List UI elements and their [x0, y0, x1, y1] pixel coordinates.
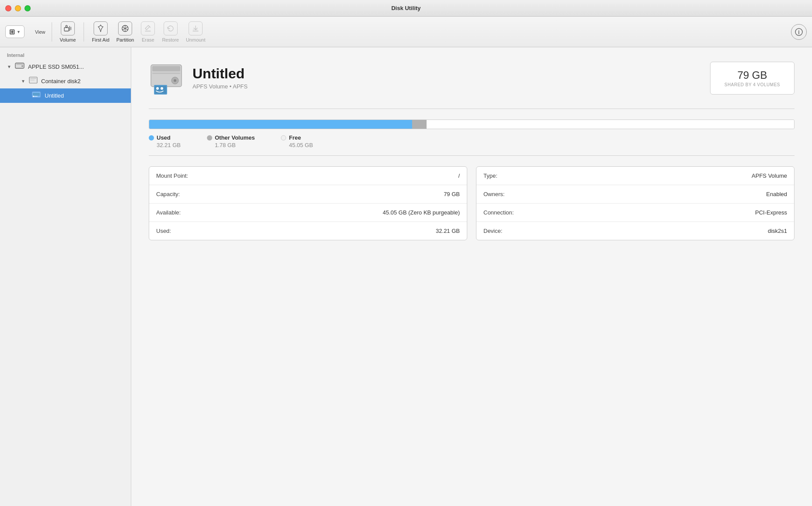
connection-key: Connection:	[483, 209, 514, 216]
info-button[interactable]: i	[791, 24, 807, 40]
available-key: Available:	[156, 209, 181, 216]
titlebar: Disk Utility	[0, 0, 812, 17]
bar-other	[412, 120, 427, 129]
detail-owners: Owners: Enabled	[476, 185, 794, 204]
sidebar-item-container-disk2[interactable]: ▼ Container disk2	[0, 74, 131, 88]
other-name: Other Volumes	[215, 134, 255, 141]
device-val: disk2s1	[768, 228, 787, 234]
used-dot	[149, 135, 154, 141]
sidebar-section-internal: Internal	[0, 51, 131, 60]
detail-device: Device: disk2s1	[476, 222, 794, 240]
partition-icon	[118, 21, 132, 35]
restore-label: Restore	[162, 37, 179, 42]
detail-capacity: Capacity: 79 GB	[149, 185, 467, 204]
restore-icon	[164, 21, 178, 35]
used-val: 32.21 GB	[436, 228, 460, 234]
unmount-icon	[189, 21, 203, 35]
volume-icon-sidebar	[29, 76, 38, 86]
divider-1	[149, 109, 794, 109]
owners-val: Enabled	[766, 191, 787, 197]
legend-used-header: Used	[149, 134, 181, 141]
hdd-icon	[15, 62, 24, 72]
triangle-icon: ▼	[7, 64, 11, 69]
firstaid-icon	[94, 21, 108, 35]
svg-rect-14	[34, 96, 38, 97]
sidebar: Internal ▼ APPLE SSD SM051... ▼	[0, 47, 131, 506]
toolbar-separator	[52, 22, 52, 42]
used-name: Used	[157, 134, 171, 141]
volume-label: Volume	[60, 37, 76, 42]
owners-key: Owners:	[483, 191, 504, 197]
disk-size-box: 79 GB SHARED BY 4 VOLUMES	[710, 62, 794, 95]
restore-button[interactable]: Restore	[158, 20, 182, 44]
svg-text:i: i	[798, 29, 799, 35]
svg-point-23	[161, 87, 163, 90]
detail-used: Used: 32.21 GB	[149, 222, 467, 240]
triangle-icon-2: ▼	[21, 79, 25, 84]
sidebar-item-untitled[interactable]: Untitled	[0, 88, 131, 103]
disk-header: Untitled APFS Volume • APFS 79 GB SHARED…	[149, 60, 794, 95]
disk-info: Untitled APFS Volume • APFS	[192, 66, 710, 90]
details-col-right: Type: APFS Volume Owners: Enabled Connec…	[476, 166, 794, 240]
sidebar-item-label-container: Container disk2	[41, 78, 80, 84]
storage-legend: Used 32.21 GB Other Volumes 1.78 GB Free	[149, 134, 794, 148]
legend-other: Other Volumes 1.78 GB	[207, 134, 255, 148]
toolbar-right: i	[791, 24, 807, 40]
erase-button[interactable]: Erase	[137, 20, 158, 44]
finder-volume-icon	[32, 91, 41, 101]
legend-free: Free 45.05 GB	[281, 134, 313, 148]
close-button[interactable]	[5, 5, 11, 11]
toolbar-separator-2	[84, 22, 84, 42]
firstaid-label: First Aid	[92, 37, 109, 42]
partition-button[interactable]: Partition	[113, 20, 137, 44]
used-key: Used:	[156, 228, 171, 234]
sidebar-item-label-apple-ssd: APPLE SSD SM051...	[28, 63, 84, 70]
other-dot	[207, 135, 212, 141]
detail-type: Type: APFS Volume	[476, 167, 794, 185]
detail-connection: Connection: PCI-Express	[476, 204, 794, 222]
svg-point-22	[156, 87, 159, 90]
erase-icon	[141, 21, 155, 35]
sidebar-icon: ⊞	[9, 28, 15, 36]
minimize-button[interactable]	[15, 5, 21, 11]
free-dot	[281, 135, 286, 141]
view-selector[interactable]: ⊞ ▼	[5, 25, 24, 38]
storage-bar-container: Used 32.21 GB Other Volumes 1.78 GB Free	[149, 119, 794, 148]
svg-rect-21	[155, 86, 166, 94]
detail-mount-point: Mount Point: /	[149, 167, 467, 185]
legend-used: Used 32.21 GB	[149, 134, 181, 148]
svg-point-7	[21, 65, 23, 67]
window-title: Disk Utility	[391, 5, 420, 11]
detail-available: Available: 45.05 GB (Zero KB purgeable)	[149, 204, 467, 222]
type-key: Type:	[483, 172, 497, 179]
disk-size-label: SHARED BY 4 VOLUMES	[724, 82, 780, 87]
mount-point-val: /	[458, 172, 460, 179]
volume-icon	[61, 21, 75, 35]
unmount-button[interactable]: Unmount	[182, 20, 209, 44]
firstaid-button[interactable]: First Aid	[88, 20, 113, 44]
view-group: View	[35, 29, 46, 35]
svg-rect-12	[33, 93, 40, 96]
volume-button[interactable]: Volume	[56, 20, 80, 44]
svg-point-1	[66, 25, 67, 27]
storage-bar	[149, 119, 794, 129]
svg-rect-10	[30, 80, 35, 81]
disk-name: Untitled	[192, 66, 710, 81]
connection-val: PCI-Express	[755, 209, 787, 216]
toolbar-left: ⊞ ▼	[5, 25, 24, 38]
disk-size-value: 79 GB	[724, 69, 780, 81]
erase-label: Erase	[142, 37, 154, 42]
used-value: 32.21 GB	[157, 142, 181, 148]
disk-subtitle: APFS Volume • APFS	[192, 83, 710, 90]
legend-other-header: Other Volumes	[207, 134, 255, 141]
partition-label: Partition	[116, 37, 134, 42]
svg-rect-9	[30, 78, 36, 79]
svg-rect-16	[152, 66, 180, 71]
details-col-left: Mount Point: / Capacity: 79 GB Available…	[149, 166, 467, 240]
capacity-key: Capacity:	[156, 191, 180, 197]
maximize-button[interactable]	[24, 5, 31, 11]
toolbar: ⊞ ▼ View Volume First Aid	[0, 17, 812, 47]
sidebar-item-label-untitled: Untitled	[45, 92, 64, 99]
device-key: Device:	[483, 228, 502, 234]
sidebar-item-apple-ssd[interactable]: ▼ APPLE SSD SM051...	[0, 60, 131, 74]
